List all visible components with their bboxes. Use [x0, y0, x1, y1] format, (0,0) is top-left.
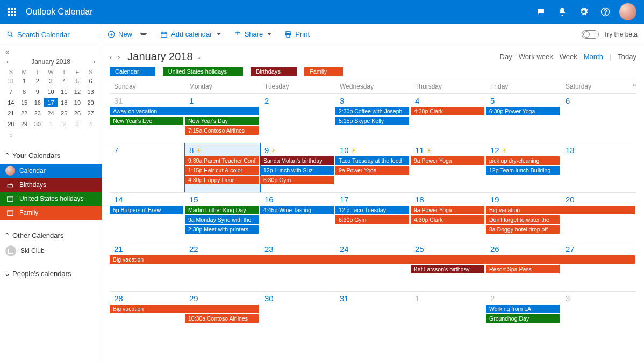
- view-option[interactable]: Work week: [519, 53, 553, 61]
- day-cell[interactable]: 22: [185, 242, 260, 291]
- mini-day[interactable]: 3: [44, 76, 58, 86]
- calendar-event[interactable]: 4:30p Happy Hour: [185, 176, 259, 184]
- chat-icon[interactable]: [530, 0, 552, 24]
- calendar-event[interactable]: Big vacation: [110, 305, 259, 313]
- calendar-event[interactable]: 6:30p Power Yoga: [486, 107, 560, 115]
- mini-day[interactable]: 6: [84, 76, 97, 86]
- calendar-event[interactable]: 10:30a Contoso Airlines: [185, 314, 259, 323]
- print-button[interactable]: Print: [284, 30, 310, 38]
- day-cell[interactable]: 20: [561, 193, 636, 242]
- day-cell[interactable]: 7: [110, 143, 185, 192]
- mini-day[interactable]: 21: [4, 108, 18, 118]
- calendar-event[interactable]: 2:30p Coffee with Joseph: [335, 107, 409, 115]
- day-cell[interactable]: 16: [260, 193, 335, 242]
- mini-day[interactable]: 17: [44, 98, 58, 107]
- mini-day[interactable]: 3: [71, 119, 84, 129]
- calendar-event[interactable]: 5p Burgers n' Brew: [110, 206, 183, 214]
- calendar-event[interactable]: 4:30p Clark: [411, 215, 484, 224]
- prev-month-icon[interactable]: ‹: [6, 58, 9, 66]
- mini-month-label[interactable]: January 2018: [31, 58, 70, 66]
- calendar-event[interactable]: Away on vacation: [110, 107, 259, 115]
- calendar-event[interactable]: 6:30p Gym: [260, 176, 334, 184]
- day-cell[interactable]: 24: [335, 242, 411, 291]
- calendar-event[interactable]: 9a Power Yoga: [411, 206, 484, 214]
- calendar-event[interactable]: Don't forget to water the: [486, 215, 560, 224]
- day-cell[interactable]: 27: [561, 242, 636, 291]
- day-cell[interactable]: 11: [411, 143, 486, 192]
- day-cell[interactable]: 6: [561, 94, 636, 143]
- day-cell[interactable]: 2: [260, 94, 335, 143]
- mini-day[interactable]: 7: [4, 87, 18, 97]
- calendar-event[interactable]: 9a Power Yoga: [335, 166, 409, 175]
- today-button[interactable]: Today: [618, 53, 636, 61]
- mini-day[interactable]: 12: [71, 87, 84, 97]
- calendar-event[interactable]: New Year's Day: [185, 117, 259, 125]
- beta-toggle[interactable]: [582, 30, 599, 39]
- calendar-item[interactable]: Ski Club: [0, 244, 102, 258]
- calendar-item[interactable]: United States holidays: [0, 192, 102, 206]
- calendar-item[interactable]: Birthdays: [0, 178, 102, 192]
- help-icon[interactable]: [595, 0, 616, 24]
- mini-day[interactable]: 9: [31, 87, 44, 97]
- view-option[interactable]: Week: [560, 53, 577, 61]
- day-cell[interactable]: 23: [260, 242, 335, 291]
- calendar-event[interactable]: 12p Team lunch Building: [486, 166, 560, 175]
- day-cell[interactable]: 31: [335, 292, 411, 341]
- mini-day[interactable]: 29: [18, 119, 31, 129]
- mini-day[interactable]: 14: [4, 98, 18, 107]
- calendar-event[interactable]: 6:30p Gym: [335, 215, 409, 224]
- calendar-event[interactable]: 8a Doggy hotel drop off: [486, 225, 560, 234]
- calendar-event[interactable]: Resort Spa Pass: [486, 265, 560, 273]
- calendar-item[interactable]: Calendar: [0, 164, 102, 178]
- legend-item[interactable]: Calendar: [110, 67, 155, 76]
- day-cell[interactable]: 14: [110, 193, 185, 242]
- calendar-event[interactable]: 12p Lunch with Suz: [260, 166, 334, 175]
- app-launcher-icon[interactable]: [4, 4, 19, 19]
- mini-day[interactable]: 15: [18, 98, 31, 107]
- your-calendars-header[interactable]: ⌃ Your Calendars: [4, 149, 97, 162]
- calendar-event[interactable]: 9:30a Parent Teacher Conf: [185, 156, 259, 165]
- mini-day[interactable]: 2: [31, 76, 44, 86]
- day-cell[interactable]: 5: [486, 94, 561, 143]
- calendar-event[interactable]: pick up dry-cleaning: [486, 156, 560, 165]
- user-avatar[interactable]: [619, 3, 636, 20]
- peoples-calendars-header[interactable]: ⌄ People's calendars: [4, 267, 97, 280]
- new-button[interactable]: New: [108, 30, 147, 38]
- calendar-event[interactable]: 1:15p Hair cut & color: [185, 166, 259, 175]
- share-button[interactable]: Share: [234, 30, 272, 38]
- add-calendar-button[interactable]: Add calendar: [160, 30, 221, 38]
- legend-item[interactable]: Family: [304, 67, 343, 76]
- mini-day[interactable]: 18: [58, 98, 71, 107]
- calendar-event[interactable]: Working from LA: [486, 305, 560, 313]
- calendar-event[interactable]: 9a Power Yoga: [411, 156, 484, 165]
- next-month-icon[interactable]: ›: [93, 58, 95, 66]
- mini-day[interactable]: 24: [44, 108, 58, 118]
- mini-day[interactable]: 10: [44, 87, 58, 97]
- mini-day[interactable]: 11: [58, 87, 71, 97]
- legend-item[interactable]: Birthdays: [251, 67, 297, 76]
- calendar-event[interactable]: 12 p Taco Tuesday: [335, 206, 409, 214]
- collapse-sidebar-icon[interactable]: «: [4, 48, 97, 56]
- mini-day[interactable]: 8: [18, 87, 31, 97]
- calendar-event[interactable]: Groundhog Day: [486, 314, 560, 323]
- mini-day[interactable]: 26: [71, 108, 84, 118]
- calendar-event[interactable]: Sanda Molan's birthday: [260, 156, 334, 165]
- calendar-event[interactable]: New Year's Eve: [110, 117, 183, 125]
- day-cell[interactable]: 28: [110, 292, 185, 341]
- day-cell[interactable]: 1: [411, 292, 486, 341]
- mini-day[interactable]: 5: [71, 76, 84, 86]
- mini-day[interactable]: 1: [44, 119, 58, 129]
- calendar-event[interactable]: Big vacation: [486, 206, 635, 214]
- calendar-event[interactable]: 4:30p Clark: [411, 107, 484, 115]
- mini-day[interactable]: 22: [18, 108, 31, 118]
- mini-day[interactable]: 5: [4, 130, 18, 140]
- other-calendars-header[interactable]: ⌃ Other Calendars: [4, 229, 97, 242]
- month-title[interactable]: January 2018 ⌄: [127, 50, 201, 63]
- chevron-down-icon[interactable]: [217, 33, 221, 35]
- calendar-event[interactable]: Taco Tuesday at the food: [335, 156, 409, 165]
- calendar-event[interactable]: 9a Monday Sync with the: [185, 215, 259, 224]
- day-cell[interactable]: 30: [260, 292, 335, 341]
- day-cell[interactable]: 4: [411, 94, 486, 143]
- mini-day[interactable]: 20: [84, 98, 97, 107]
- calendar-item[interactable]: Family: [0, 206, 102, 220]
